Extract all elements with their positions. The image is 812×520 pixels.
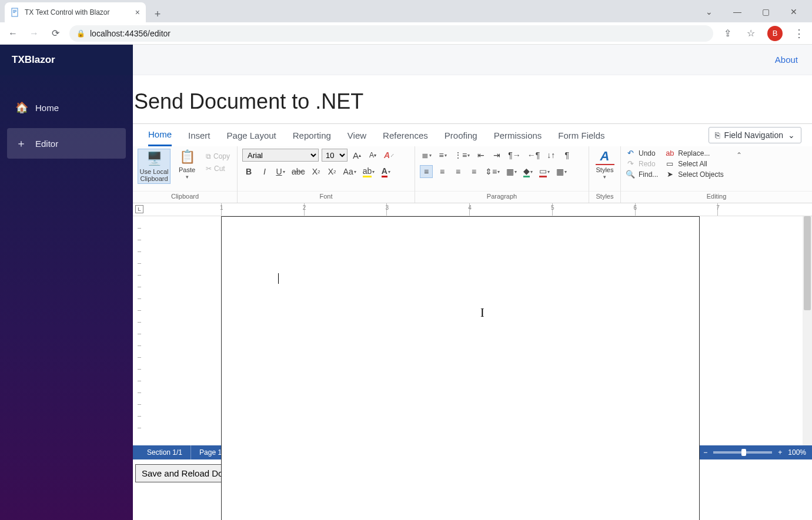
grow-font-button[interactable]: A▴ [350, 149, 363, 162]
bullets-button[interactable]: ≣▾ [420, 149, 433, 162]
ribbon-tab-form-fields[interactable]: Form Fields [558, 124, 604, 146]
ribbon-tab-proofing[interactable]: Proofing [445, 124, 477, 146]
undo-icon: ↶ [626, 149, 635, 157]
sidebar-item-label: Editor [35, 139, 58, 149]
maximize-icon[interactable]: ▢ [757, 7, 774, 16]
copy-button[interactable]: ⧉Copy [203, 151, 232, 162]
zoom-out-button[interactable]: − [703, 448, 707, 457]
shrink-font-button[interactable]: A▾ [366, 149, 379, 162]
strike-button[interactable]: abc [290, 165, 307, 178]
select-all-button[interactable]: ▭Select All [665, 159, 723, 168]
clear-formatting-button[interactable]: A⟋ [382, 149, 396, 162]
paste-button[interactable]: 📋 Paste ▾ [174, 149, 200, 180]
share-icon[interactable]: ⇪ [720, 26, 734, 41]
align-justify-button[interactable]: ≡ [467, 165, 480, 178]
redo-icon: ↷ [626, 159, 635, 168]
bold-button[interactable]: B [242, 165, 255, 178]
forward-button[interactable]: → [27, 26, 41, 41]
pointer-icon: ➤ [665, 170, 674, 179]
vertical-scrollbar[interactable] [803, 216, 812, 445]
ribbon-tab-reporting[interactable]: Reporting [293, 124, 331, 146]
select-all-icon: ▭ [665, 159, 674, 168]
align-right-button[interactable]: ≡ [452, 165, 465, 178]
numbering-button[interactable]: ≡▾ [436, 149, 449, 162]
new-tab-button[interactable]: + [149, 6, 166, 22]
sidebar-item-home[interactable]: 🏠 Home [7, 93, 126, 122]
increase-indent-button[interactable]: ⇥ [490, 149, 503, 162]
tab-title: TX Text Control with Blazor [25, 8, 110, 16]
text-caret [278, 273, 279, 284]
redo-button[interactable]: ↷Redo [626, 159, 658, 168]
change-case-button[interactable]: Aa▾ [342, 165, 358, 178]
font-color-button[interactable]: A▾ [379, 165, 392, 178]
rtl-button[interactable]: ←¶ [526, 149, 542, 162]
italic-button[interactable]: I [258, 165, 271, 178]
ribbon-tab-page-layout[interactable]: Page Layout [227, 124, 276, 146]
ribbon-tab-view[interactable]: View [347, 124, 366, 146]
url-text: localhost:44356/editor [90, 29, 171, 38]
zoom-slider[interactable] [713, 451, 772, 454]
font-size-select[interactable]: 10 [322, 149, 347, 162]
ribbon-tab-permissions[interactable]: Permissions [494, 124, 542, 146]
decrease-indent-button[interactable]: ⇤ [474, 149, 487, 162]
superscript-button[interactable]: X2 [326, 165, 339, 178]
chevron-down-icon[interactable]: ⌄ [700, 7, 718, 16]
window-controls: ⌄ ― ▢ ✕ [700, 7, 812, 22]
document-page[interactable]: I [221, 216, 700, 520]
status-section[interactable]: Section 1/1 [139, 445, 191, 459]
group-label-paragraph: Paragraph [415, 191, 589, 203]
align-center-button[interactable]: ≡ [436, 165, 449, 178]
group-label-font: Font [238, 191, 415, 203]
lock-icon: 🔒 [76, 29, 85, 38]
tab-align-selector[interactable]: L [135, 205, 143, 213]
scrollbar-thumb[interactable] [804, 216, 811, 310]
favicon-icon [11, 8, 20, 17]
vertical-ruler[interactable] [133, 216, 146, 445]
multilevel-button[interactable]: ⋮≡▾ [452, 149, 472, 162]
show-marks-button[interactable]: ¶ [560, 149, 573, 162]
horizontal-ruler[interactable]: L 1 2 3 4 5 6 7 [133, 203, 812, 216]
reload-button[interactable]: ⟳ [48, 26, 62, 41]
underline-button[interactable]: U▾ [274, 165, 287, 178]
frame-fill-button[interactable]: ◆▾ [522, 165, 534, 178]
tab-close-icon[interactable]: × [135, 8, 140, 17]
close-window-icon[interactable]: ✕ [785, 7, 803, 16]
sidebar-item-label: Home [35, 103, 59, 113]
sidebar-item-editor[interactable]: ＋ Editor [7, 128, 126, 159]
about-link[interactable]: About [775, 55, 798, 65]
sort-button[interactable]: ↓↑ [544, 149, 557, 162]
minimize-icon[interactable]: ― [729, 7, 746, 16]
mouse-text-cursor-icon: I [480, 306, 484, 320]
align-left-button[interactable]: ≡ [420, 165, 433, 178]
select-objects-button[interactable]: ➤Select Objects [665, 170, 723, 179]
ribbon-tab-insert[interactable]: Insert [188, 124, 210, 146]
ribbon-tab-references[interactable]: References [383, 124, 428, 146]
frame-line-button[interactable]: ▭▾ [537, 165, 552, 178]
cut-button[interactable]: ✂Cut [203, 163, 232, 174]
paste-icon: 📋 [178, 149, 196, 165]
zoom-level[interactable]: 100% [788, 448, 806, 457]
shading-button[interactable]: ▦▾ [504, 165, 519, 178]
styles-button[interactable]: A Styles ▾ [594, 149, 616, 180]
omnibox[interactable]: 🔒 localhost:44356/editor [69, 25, 713, 42]
ribbon-tab-home[interactable]: Home [148, 124, 172, 146]
field-navigation-button[interactable]: ⎘ Field Navigation ⌄ [709, 127, 801, 143]
collapse-ribbon-button[interactable]: ⌃ [731, 149, 747, 159]
undo-button[interactable]: ↶Undo [626, 149, 658, 157]
kebab-menu-icon[interactable]: ⋮ [792, 26, 806, 41]
profile-avatar[interactable]: B [767, 26, 783, 41]
borders-button[interactable]: ▦▾ [554, 165, 569, 178]
ltr-button[interactable]: ¶→ [506, 149, 523, 162]
back-button[interactable]: ← [6, 26, 20, 41]
browser-tab[interactable]: TX Text Control with Blazor × [5, 2, 146, 22]
search-icon: 🔍 [626, 170, 635, 179]
line-spacing-button[interactable]: ⇕≡▾ [483, 165, 502, 178]
bookmark-star-icon[interactable]: ☆ [744, 26, 758, 41]
replace-button[interactable]: abReplace... [665, 149, 723, 157]
use-local-clipboard-button[interactable]: 🖥️ Use Local Clipboard [138, 149, 171, 184]
font-family-select[interactable]: Arial [242, 149, 319, 162]
highlight-button[interactable]: ab▾ [361, 165, 377, 178]
find-button[interactable]: 🔍Find... [626, 170, 658, 179]
subscript-button[interactable]: X2 [310, 165, 323, 178]
zoom-in-button[interactable]: + [778, 448, 782, 457]
